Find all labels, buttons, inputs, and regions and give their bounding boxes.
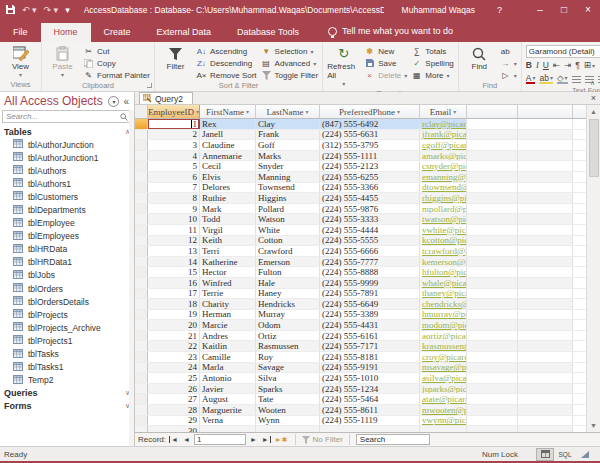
cell[interactable]: Delores: [200, 183, 256, 193]
next-record-icon[interactable]: ►: [249, 436, 258, 443]
cell[interactable]: Crawford: [256, 246, 320, 256]
refresh-all-button[interactable]: ↻ Refresh All ▾: [327, 44, 360, 89]
record-selector[interactable]: [135, 151, 148, 161]
tab-database-tools[interactable]: Database Tools: [224, 23, 312, 42]
vertical-scrollbar[interactable]: ▲ ▼: [586, 105, 600, 432]
record-selector[interactable]: [135, 299, 148, 309]
cell[interactable]: [200, 426, 256, 432]
cell-empty[interactable]: [518, 373, 573, 383]
cell[interactable]: (224) 555-1119: [320, 416, 420, 426]
record-selector[interactable]: [135, 310, 148, 320]
cell[interactable]: (224) 555-6161: [320, 331, 420, 341]
sidebar-item-tblAuthorJunction1[interactable]: tblAuthorJunction1: [0, 151, 134, 164]
select-all-corner[interactable]: [135, 105, 148, 118]
ascending-button[interactable]: A↓ Ascending: [196, 45, 257, 57]
cell[interactable]: (224) 555-5464: [320, 394, 420, 404]
current-record-input[interactable]: 1: [194, 434, 246, 445]
cell[interactable]: (847) 555-6492: [320, 119, 420, 129]
cell[interactable]: (224) 555-8888: [320, 267, 420, 277]
cell-empty[interactable]: [467, 310, 518, 320]
cell[interactable]: Tate: [256, 394, 320, 404]
sidebar-item-tblAuthorJunction[interactable]: tblAuthorJunction: [0, 138, 134, 151]
sidebar-item-tblJobs[interactable]: tblJobs: [0, 269, 134, 282]
record-search-input[interactable]: Search: [356, 434, 430, 445]
cell[interactable]: 22: [148, 341, 200, 351]
cell[interactable]: (224) 555-6666: [320, 246, 420, 256]
delete-record-button[interactable]: × Delete▾: [364, 69, 407, 81]
new-blank-record-icon[interactable]: ►✱: [274, 436, 289, 444]
cell[interactable]: cgoff@picaroo: [420, 140, 467, 150]
cell[interactable]: (224) 555-3333: [320, 214, 420, 224]
cell[interactable]: 16: [148, 278, 200, 288]
cell[interactable]: (224) 555-7891: [320, 289, 420, 299]
cell[interactable]: (224) 555-9191: [320, 363, 420, 373]
cell-empty[interactable]: [518, 151, 573, 161]
find-button[interactable]: Find: [463, 44, 496, 71]
shutter-bar-close-icon[interactable]: «: [123, 96, 129, 107]
cell[interactable]: hfulton@picaroo: [420, 267, 467, 277]
cell[interactable]: modom@picaroo: [420, 320, 467, 330]
nav-section-tables[interactable]: Tables ∧: [0, 125, 134, 138]
cell[interactable]: Terri: [200, 246, 256, 256]
cell[interactable]: Annemarie: [200, 151, 256, 161]
replace-button[interactable]: ab: [500, 45, 517, 57]
first-record-icon[interactable]: ◄: [169, 436, 179, 443]
cell[interactable]: Savage: [256, 363, 320, 373]
spelling-button[interactable]: ✓ Spelling: [411, 57, 453, 69]
no-filter-button[interactable]: No Filter: [302, 435, 343, 444]
cell[interactable]: Kaitlin: [200, 341, 256, 351]
cell[interactable]: csnyder@picaroo: [420, 161, 467, 171]
cell-empty[interactable]: [467, 331, 518, 341]
tell-me-box[interactable]: Tell me what you want to do: [312, 26, 461, 42]
cell[interactable]: jsparks@picaroo: [420, 384, 467, 394]
cell[interactable]: tcrawford@picaroo: [420, 246, 467, 256]
cell[interactable]: Higgins: [256, 193, 320, 203]
underline-button[interactable]: U: [543, 60, 549, 70]
save-icon[interactable]: [6, 5, 15, 16]
sidebar-item-tblAuthors1[interactable]: tblAuthors1: [0, 177, 134, 190]
sidebar-item-tblEmployee[interactable]: tblEmployee: [0, 217, 134, 230]
cell[interactable]: (224) 555-7777: [320, 257, 420, 267]
cell[interactable]: August: [200, 394, 256, 404]
format-painter-button[interactable]: ✎ Format Painter: [83, 69, 150, 81]
cell-empty[interactable]: [518, 384, 573, 394]
cell[interactable]: Hale: [256, 278, 320, 288]
cell[interactable]: (224) 555-6649: [320, 299, 420, 309]
close-button[interactable]: ×: [576, 0, 600, 20]
cell-empty[interactable]: [518, 278, 573, 288]
sidebar-item-tblEmployees[interactable]: tblEmployees: [0, 230, 134, 243]
cell[interactable]: Watson: [256, 214, 320, 224]
cell[interactable]: krasmussen@picaroo: [420, 341, 467, 351]
cell-empty[interactable]: [518, 405, 573, 415]
cell[interactable]: (224) 555-4444: [320, 225, 420, 235]
cell[interactable]: (224) 555-1234: [320, 384, 420, 394]
cell[interactable]: (224) 555-2123: [320, 161, 420, 171]
cell[interactable]: msavage@picaroo: [420, 363, 467, 373]
sidebar-item-tblProjects_Archive[interactable]: tblProjects_Archive: [0, 321, 134, 334]
scroll-up-icon[interactable]: ▲: [590, 105, 597, 118]
sidebar-item-tblHRData[interactable]: tblHRData: [0, 243, 134, 256]
sidebar-item-tblTasks[interactable]: tblTasks: [0, 348, 134, 361]
undo-icon[interactable]: ↶ ▾: [22, 6, 37, 15]
cell-empty[interactable]: [518, 204, 573, 214]
cell[interactable]: dtownsend@picaroo: [420, 183, 467, 193]
cell[interactable]: rhiggins@picaroo: [420, 193, 467, 203]
record-selector[interactable]: [135, 352, 148, 362]
cell[interactable]: Haney: [256, 289, 320, 299]
cell[interactable]: kemerson@picaroo: [420, 257, 467, 267]
cell[interactable]: Marla: [200, 363, 256, 373]
cell[interactable]: (224) 555-9999: [320, 278, 420, 288]
sidebar-item-tblOrders[interactable]: tblOrders: [0, 282, 134, 295]
cell[interactable]: Janell: [200, 130, 256, 140]
cell[interactable]: Keith: [200, 236, 256, 246]
cell[interactable]: 6: [148, 172, 200, 182]
record-selector[interactable]: [135, 214, 148, 224]
cell[interactable]: Fulton: [256, 267, 320, 277]
save-record-button[interactable]: Save: [364, 57, 407, 69]
column-header-EmployeeID[interactable]: EmployeeID▾: [148, 105, 200, 118]
record-selector[interactable]: [135, 278, 148, 288]
record-selector[interactable]: [135, 394, 148, 404]
increase-indent-button[interactable]: ⇥: [564, 60, 571, 70]
italic-button[interactable]: I: [536, 60, 539, 70]
text-direction-button[interactable]: ¶: [575, 60, 580, 70]
